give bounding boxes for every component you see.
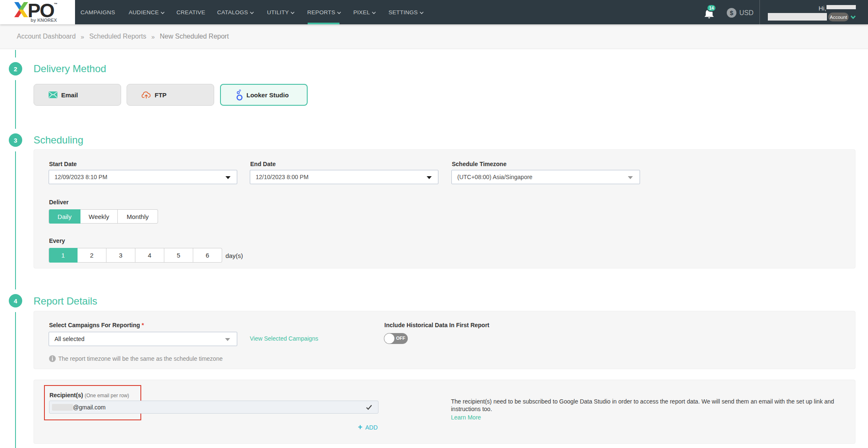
svg-text:by KNOREX: by KNOREX bbox=[31, 18, 57, 23]
svg-text:™: ™ bbox=[54, 2, 57, 6]
